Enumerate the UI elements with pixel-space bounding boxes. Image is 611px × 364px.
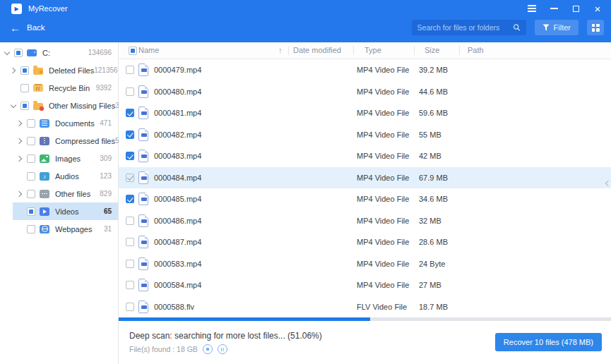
sidebar-item-audios[interactable]: ♪Audios123 bbox=[0, 167, 118, 185]
sidebar-item-videos[interactable]: Videos65 bbox=[0, 202, 118, 220]
row-checkbox[interactable] bbox=[126, 303, 134, 311]
file-row[interactable]: 0000480.mp4MP4 Video File44.6 MB bbox=[119, 81, 611, 103]
audios-icon: ♪ bbox=[40, 172, 49, 181]
file-row[interactable]: 0000583.mp4MP4 Video File24 Byte bbox=[119, 253, 611, 275]
tree-label: C: bbox=[42, 49, 50, 57]
row-checkbox[interactable] bbox=[126, 281, 134, 289]
tree-count: 829 bbox=[100, 190, 118, 198]
tree-checkbox[interactable] bbox=[27, 225, 35, 233]
file-row[interactable]: 0000487.mp4MP4 Video File28.6 MB bbox=[119, 231, 611, 253]
file-row[interactable]: 0000486.mp4MP4 Video File32 MB bbox=[119, 210, 611, 232]
tree-checkbox[interactable] bbox=[27, 119, 35, 128]
caret-icon[interactable] bbox=[16, 154, 24, 162]
filter-button[interactable]: Filter bbox=[535, 20, 579, 35]
column-header-type[interactable]: Type bbox=[364, 46, 381, 54]
video-file-icon bbox=[138, 85, 148, 98]
file-type: MP4 Video File bbox=[357, 131, 409, 139]
row-checkbox[interactable] bbox=[126, 217, 134, 225]
caret-icon[interactable] bbox=[10, 66, 18, 74]
tree-label: Audios bbox=[55, 172, 79, 181]
column-header-size[interactable]: Size bbox=[425, 46, 439, 54]
videos-icon bbox=[40, 207, 49, 216]
column-header-name[interactable]: Name bbox=[138, 46, 159, 54]
tree-checkbox[interactable] bbox=[27, 172, 35, 181]
tree-checkbox[interactable] bbox=[20, 66, 29, 75]
file-type: MP4 Video File bbox=[357, 174, 409, 182]
row-checkbox[interactable] bbox=[126, 174, 134, 182]
caret-icon[interactable] bbox=[10, 102, 18, 109]
file-size: 67.9 MB bbox=[419, 174, 448, 182]
tree-checkbox[interactable] bbox=[27, 190, 35, 198]
file-row[interactable]: 0000484.mp4MP4 Video File67.9 MB bbox=[119, 167, 611, 189]
stop-scan-button[interactable] bbox=[203, 344, 213, 354]
tree-checkbox[interactable] bbox=[27, 137, 35, 145]
tree-label: Recycle Bin bbox=[49, 84, 90, 92]
file-type: MP4 Video File bbox=[357, 260, 409, 268]
recover-button[interactable]: Recover 10 files (478 MB) bbox=[495, 333, 602, 351]
sidebar-item-other-missing-files[interactable]: Other Missing Files3940 bbox=[0, 97, 118, 114]
sidebar-item-other-files[interactable]: Other files829 bbox=[0, 185, 118, 202]
minimize-button[interactable] bbox=[549, 4, 559, 13]
row-checkbox[interactable] bbox=[126, 152, 134, 160]
row-checkbox[interactable] bbox=[126, 87, 134, 96]
column-header-date-modified[interactable]: Date modified bbox=[293, 46, 341, 54]
file-size: 27 MB bbox=[419, 281, 441, 289]
table-header: Name ↑ Date modified Type Size Path bbox=[119, 42, 611, 59]
row-checkbox[interactable] bbox=[126, 109, 134, 117]
tree-checkbox[interactable] bbox=[20, 84, 29, 92]
file-row[interactable]: 0000588.flvFLV Video File18.7 MB bbox=[119, 296, 611, 318]
search-box[interactable] bbox=[412, 20, 526, 35]
file-row[interactable]: 0000482.mp4MP4 Video File55 MB bbox=[119, 124, 611, 146]
row-checkbox[interactable] bbox=[126, 131, 134, 139]
sidebar-item-images[interactable]: Images309 bbox=[0, 150, 118, 167]
file-size: 34.6 MB bbox=[419, 195, 448, 203]
file-row[interactable]: 0000485.mp4MP4 Video File34.6 MB bbox=[119, 188, 611, 210]
row-checkbox[interactable] bbox=[126, 66, 134, 74]
caret-icon bbox=[10, 84, 18, 92]
sidebar-item-compressed-files[interactable]: Compressed files52 bbox=[0, 132, 118, 150]
file-row[interactable]: 0000479.mp4MP4 Video File39.2 MB bbox=[119, 59, 611, 81]
sort-ascending-icon[interactable]: ↑ bbox=[278, 46, 283, 54]
video-file-icon bbox=[138, 279, 148, 291]
sidebar-item-webpages[interactable]: Webpages31 bbox=[0, 220, 118, 238]
row-checkbox[interactable] bbox=[126, 238, 134, 246]
file-row[interactable]: 0000584.mp4MP4 Video File27 MB bbox=[119, 274, 611, 296]
caret-icon[interactable] bbox=[16, 190, 24, 198]
pause-scan-button[interactable] bbox=[218, 344, 227, 354]
collapse-panel-icon[interactable] bbox=[603, 175, 611, 192]
file-size: 44.6 MB bbox=[419, 87, 448, 96]
tree-checkbox[interactable] bbox=[20, 102, 29, 110]
menu-icon[interactable] bbox=[527, 4, 537, 13]
file-name: 0000584.mp4 bbox=[154, 281, 201, 289]
app-title: MyRecover bbox=[28, 4, 68, 13]
caret-icon[interactable] bbox=[16, 119, 24, 127]
tree-label: Other Missing Files bbox=[49, 102, 115, 110]
maximize-button[interactable] bbox=[571, 4, 581, 13]
close-button[interactable]: × bbox=[593, 4, 603, 13]
video-file-icon bbox=[138, 193, 148, 205]
back-button[interactable]: ← Back bbox=[10, 23, 45, 33]
sidebar-item-deleted-files[interactable]: Deleted Files121356 bbox=[0, 61, 118, 79]
column-header-path[interactable]: Path bbox=[468, 46, 484, 54]
file-name: 0000480.mp4 bbox=[154, 87, 201, 96]
tree-label: Compressed files bbox=[55, 137, 115, 145]
sidebar-item-documents[interactable]: Documents471 bbox=[0, 114, 118, 132]
search-input[interactable] bbox=[417, 23, 513, 32]
file-row[interactable]: 0000481.mp4MP4 Video File59.6 MB bbox=[119, 102, 611, 124]
grid-view-button[interactable] bbox=[587, 20, 604, 35]
sidebar-item-recycle-bin[interactable]: Recycle Bin9392 bbox=[0, 79, 118, 97]
tree-checkbox[interactable] bbox=[14, 49, 23, 57]
tree-checkbox[interactable] bbox=[27, 207, 35, 216]
caret-icon[interactable] bbox=[16, 137, 24, 145]
tree-checkbox[interactable] bbox=[27, 154, 35, 163]
row-checkbox[interactable] bbox=[126, 195, 134, 203]
file-row[interactable]: 0000483.mp4MP4 Video File42 MB bbox=[119, 145, 611, 167]
caret-icon[interactable] bbox=[4, 49, 11, 56]
select-all-checkbox[interactable] bbox=[129, 47, 137, 55]
sidebar-item-c-drive[interactable]: C:134696 bbox=[0, 44, 118, 61]
row-checkbox[interactable] bbox=[126, 260, 134, 268]
recycle-bin-icon bbox=[33, 84, 43, 92]
video-file-icon bbox=[138, 63, 148, 76]
caret-icon bbox=[16, 207, 24, 215]
file-list-panel: Name ↑ Date modified Type Size Path 0000… bbox=[119, 42, 611, 364]
